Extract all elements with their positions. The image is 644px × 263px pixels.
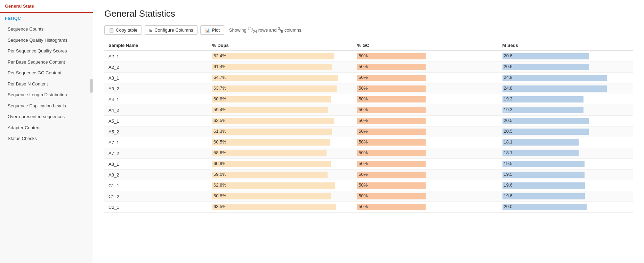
col-header-pct_dups: % Dups — [208, 40, 353, 51]
cell-pct-gc: 50% — [353, 73, 498, 83]
sidebar-fastqc-header[interactable]: FastQC — [0, 13, 93, 24]
cell-m-seqs: 24.8 — [498, 73, 633, 83]
sidebar-item-sequence-counts[interactable]: Sequence Counts — [0, 24, 93, 35]
copy-table-button[interactable]: 📋 Copy table — [104, 25, 142, 35]
sidebar: General Stats FastQC Sequence CountsSequ… — [0, 0, 93, 263]
cell-m-seqs: 19.6 — [498, 191, 633, 202]
columns-icon: ⊞ — [149, 28, 153, 33]
plot-icon: 📊 — [205, 28, 210, 33]
table-row: A4_2 59.4% 50% 19.3 — [104, 105, 633, 116]
cell-pct-gc: 50% — [353, 126, 498, 137]
data-table: Sample Name% Dups% GCM Seqs A2_1 62.4% 5… — [104, 40, 633, 213]
cell-m-seqs: 24.8 — [498, 83, 633, 94]
table-row: A5_2 61.3% 50% 20.5 — [104, 126, 633, 137]
col-header-m_seqs: M Seqs — [498, 40, 633, 51]
table-row: A3_1 64.7% 50% 24.8 — [104, 73, 633, 83]
cell-pct-dups: 63.5% — [208, 202, 353, 213]
cell-pct-dups: 64.7% — [208, 73, 353, 83]
table-row: A4_1 60.8% 50% 19.3 — [104, 94, 633, 105]
configure-columns-button[interactable]: ⊞ Configure Columns — [145, 25, 198, 35]
cell-sample-name: A3_1 — [104, 73, 208, 83]
sidebar-item-per-sequence-quality-scores[interactable]: Per Sequence Quality Scores — [0, 46, 93, 57]
cell-pct-dups: 58.6% — [208, 148, 353, 159]
sidebar-scrollbar[interactable] — [90, 79, 93, 93]
sidebar-item-sequence-duplication-levels[interactable]: Sequence Duplication Levels — [0, 100, 93, 112]
cell-pct-dups: 60.8% — [208, 94, 353, 105]
table-row: A8_1 60.9% 50% 19.5 — [104, 159, 633, 170]
table-header-row: Sample Name% Dups% GCM Seqs — [104, 40, 633, 51]
sidebar-items-list: Sequence CountsSequence Quality Histogra… — [0, 24, 93, 144]
cell-pct-gc: 50% — [353, 94, 498, 105]
cell-pct-gc: 50% — [353, 137, 498, 148]
cell-pct-dups: 60.5% — [208, 137, 353, 148]
cell-pct-gc: 50% — [353, 180, 498, 191]
table-row: A7_2 58.6% 50% 18.1 — [104, 148, 633, 159]
showing-text: Showing 24/24 rows and 3/5 columns. — [229, 27, 303, 34]
cell-m-seqs: 19.6 — [498, 180, 633, 191]
sidebar-item-per-sequence-gc-content[interactable]: Per Sequence GC Content — [0, 67, 93, 79]
cell-m-seqs: 20.5 — [498, 126, 633, 137]
col-header-sample_name: Sample Name — [104, 40, 208, 51]
table-row: C1_1 62.8% 50% 19.6 — [104, 180, 633, 191]
cell-sample-name: A5_2 — [104, 126, 208, 137]
cell-m-seqs: 18.1 — [498, 137, 633, 148]
cell-m-seqs: 19.3 — [498, 94, 633, 105]
sidebar-item-per-base-n-content[interactable]: Per Base N Content — [0, 79, 93, 90]
cell-pct-dups: 60.9% — [208, 159, 353, 170]
sidebar-item-overrepresented-sequences[interactable]: Overrepresented sequences — [0, 111, 93, 122]
cell-pct-gc: 50% — [353, 159, 498, 170]
cell-sample-name: A8_1 — [104, 159, 208, 170]
cell-m-seqs: 18.1 — [498, 148, 633, 159]
cell-sample-name: C2_1 — [104, 202, 208, 213]
table-row: C1_2 60.8% 50% 19.6 — [104, 191, 633, 202]
sidebar-item-status-checks[interactable]: Status Checks — [0, 133, 93, 144]
data-table-container: Sample Name% Dups% GCM Seqs A2_1 62.4% 5… — [104, 40, 633, 213]
cell-m-seqs: 19.5 — [498, 159, 633, 170]
cell-pct-gc: 50% — [353, 83, 498, 94]
cell-m-seqs: 19.3 — [498, 105, 633, 116]
table-row: C2_1 63.5% 50% 20.0 — [104, 202, 633, 213]
cell-sample-name: A8_2 — [104, 170, 208, 180]
sidebar-item-sequence-quality-histograms[interactable]: Sequence Quality Histograms — [0, 35, 93, 46]
cell-sample-name: A2_1 — [104, 51, 208, 62]
cell-pct-dups: 60.8% — [208, 191, 353, 202]
cell-pct-dups: 61.4% — [208, 62, 353, 73]
cell-pct-gc: 50% — [353, 51, 498, 62]
copy-icon: 📋 — [109, 28, 114, 33]
cell-pct-gc: 50% — [353, 202, 498, 213]
col-header-pct_gc: % GC — [353, 40, 498, 51]
cell-pct-dups: 61.3% — [208, 126, 353, 137]
cell-m-seqs: 20.6 — [498, 51, 633, 62]
cell-m-seqs: 20.5 — [498, 116, 633, 126]
sidebar-item-sequence-length-distribution[interactable]: Sequence Length Distribution — [0, 89, 93, 100]
cell-sample-name: A2_2 — [104, 62, 208, 73]
cell-pct-dups: 62.4% — [208, 51, 353, 62]
sidebar-item-per-base-sequence-content[interactable]: Per Base Sequence Content — [0, 57, 93, 68]
cell-pct-dups: 62.8% — [208, 180, 353, 191]
cell-pct-dups: 62.5% — [208, 116, 353, 126]
main-content: General Statistics 📋 Copy table ⊞ Config… — [93, 0, 644, 263]
cell-sample-name: A4_1 — [104, 94, 208, 105]
cell-pct-dups: 63.7% — [208, 83, 353, 94]
cell-sample-name: A4_2 — [104, 105, 208, 116]
cell-pct-gc: 50% — [353, 191, 498, 202]
table-row: A2_2 61.4% 50% 20.6 — [104, 62, 633, 73]
cell-pct-gc: 50% — [353, 170, 498, 180]
cell-pct-dups: 59.0% — [208, 170, 353, 180]
sidebar-item-adapter-content[interactable]: Adapter Content — [0, 122, 93, 133]
cell-sample-name: A3_2 — [104, 83, 208, 94]
cell-pct-gc: 50% — [353, 116, 498, 126]
page-title: General Statistics — [104, 8, 633, 19]
cell-m-seqs: 20.0 — [498, 202, 633, 213]
cell-pct-dups: 59.4% — [208, 105, 353, 116]
cell-pct-gc: 50% — [353, 105, 498, 116]
cell-sample-name: A5_1 — [104, 116, 208, 126]
table-row: A8_2 59.0% 50% 19.5 — [104, 170, 633, 180]
table-row: A7_1 60.5% 50% 18.1 — [104, 137, 633, 148]
plot-button[interactable]: 📊 Plot — [200, 25, 224, 35]
cell-sample-name: C1_2 — [104, 191, 208, 202]
table-row: A2_1 62.4% 50% 20.6 — [104, 51, 633, 62]
cell-pct-gc: 50% — [353, 62, 498, 73]
sidebar-general-stats[interactable]: General Stats — [0, 0, 93, 13]
cell-sample-name: A7_1 — [104, 137, 208, 148]
